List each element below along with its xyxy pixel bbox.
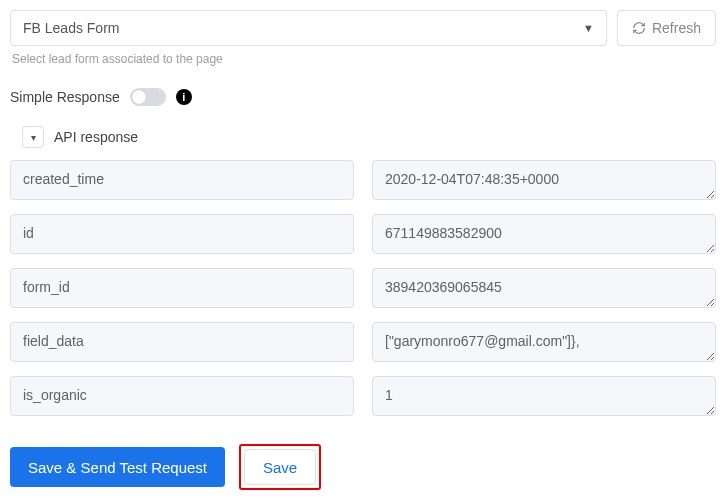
toggle-knob [132, 90, 146, 104]
field-row [10, 268, 716, 308]
field-key[interactable] [10, 376, 354, 416]
simple-response-label: Simple Response [10, 89, 120, 105]
lead-form-dropdown[interactable]: FB Leads Form ▼ [10, 10, 607, 46]
section-title: API response [54, 129, 138, 145]
field-value[interactable] [372, 322, 716, 362]
field-row [10, 322, 716, 362]
field-value[interactable] [372, 214, 716, 254]
field-row [10, 160, 716, 200]
field-key[interactable] [10, 160, 354, 200]
field-key[interactable] [10, 268, 354, 308]
caret-down-icon: ▼ [583, 22, 594, 34]
field-key[interactable] [10, 214, 354, 254]
field-value[interactable] [372, 160, 716, 200]
info-icon[interactable]: i [176, 89, 192, 105]
save-button[interactable]: Save [244, 449, 316, 485]
field-key[interactable] [10, 322, 354, 362]
lead-form-dropdown-value: FB Leads Form [23, 20, 119, 36]
refresh-button[interactable]: Refresh [617, 10, 716, 46]
field-row [10, 376, 716, 416]
simple-response-toggle[interactable] [130, 88, 166, 106]
field-row [10, 214, 716, 254]
save-button-highlight: Save [239, 444, 321, 490]
collapse-button[interactable]: ▾ [22, 126, 44, 148]
field-value[interactable] [372, 268, 716, 308]
chevron-down-icon: ▾ [31, 132, 36, 143]
refresh-label: Refresh [652, 20, 701, 36]
refresh-icon [632, 21, 646, 35]
helper-text: Select lead form associated to the page [12, 52, 714, 66]
api-response-fields [10, 160, 716, 416]
field-value[interactable] [372, 376, 716, 416]
save-send-test-button[interactable]: Save & Send Test Request [10, 447, 225, 487]
